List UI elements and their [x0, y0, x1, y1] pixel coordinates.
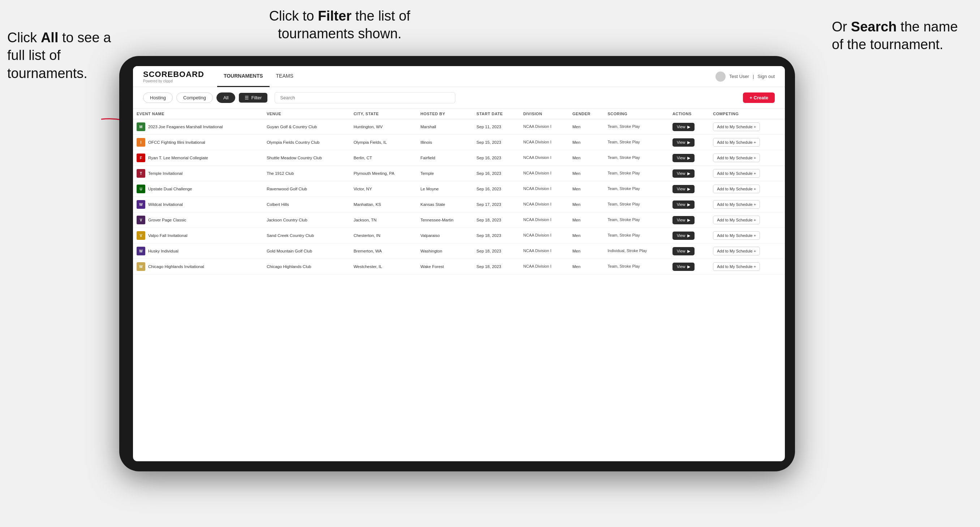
user-avatar: [716, 71, 725, 82]
cell-venue-8: Gold Mountain Golf Club: [263, 243, 350, 259]
view-button-0[interactable]: View ▶: [673, 123, 695, 131]
col-start-date: START DATE: [473, 109, 520, 119]
cell-scoring-5: Team, Stroke Play: [604, 197, 669, 213]
tournaments-table: EVENT NAME VENUE CITY, STATE HOSTED BY S…: [133, 109, 785, 275]
add-schedule-button-2[interactable]: Add to My Schedule +: [713, 154, 760, 162]
cell-gender-1: Men: [569, 135, 604, 150]
cell-city-8: Bremerton, WA: [350, 243, 417, 259]
add-schedule-button-6[interactable]: Add to My Schedule +: [713, 216, 760, 224]
cell-event-name-2: F Ryan T. Lee Memorial Collegiate: [133, 150, 263, 166]
event-name-3: Temple Invitational: [148, 171, 183, 176]
view-button-8[interactable]: View ▶: [673, 247, 695, 256]
cell-gender-7: Men: [569, 228, 604, 243]
nav-link-teams[interactable]: TEAMS: [270, 66, 300, 87]
table-row: I OFCC Fighting Illini Invitational Olym…: [133, 135, 785, 150]
cell-event-name-9: W Chicago Highlands Invitational: [133, 259, 263, 275]
eye-icon-9: ▶: [687, 264, 690, 269]
tab-competing[interactable]: Competing: [177, 92, 213, 103]
cell-event-name-5: W Wildcat Invitational: [133, 197, 263, 213]
cell-competing-6: Add to My Schedule +: [710, 213, 785, 228]
eye-icon-5: ▶: [687, 202, 690, 207]
eye-icon-4: ▶: [687, 187, 690, 191]
cell-event-name-1: I OFCC Fighting Illini Invitational: [133, 135, 263, 150]
cell-competing-2: Add to My Schedule +: [710, 150, 785, 166]
search-box: [275, 92, 455, 103]
table-row: W Chicago Highlands Invitational Chicago…: [133, 259, 785, 275]
cell-date-0: Sep 11, 2023: [473, 119, 520, 135]
view-button-3[interactable]: View ▶: [673, 170, 695, 178]
cell-competing-4: Add to My Schedule +: [710, 181, 785, 197]
filter-bar: Hosting Competing All ☰ Filter + Create: [133, 87, 785, 109]
filter-button[interactable]: ☰ Filter: [239, 93, 267, 103]
add-schedule-button-9[interactable]: Add to My Schedule +: [713, 262, 760, 271]
event-name-7: Valpo Fall Invitational: [148, 233, 187, 238]
cell-competing-0: Add to My Schedule +: [710, 119, 785, 135]
cell-division-8: NCAA Division I: [520, 243, 569, 259]
col-venue: VENUE: [263, 109, 350, 119]
annotation-topright: Or Search the name of the tournament.: [832, 18, 969, 54]
cell-date-1: Sep 15, 2023: [473, 135, 520, 150]
team-logo-6: V: [137, 216, 145, 224]
cell-venue-2: Shuttle Meadow Country Club: [263, 150, 350, 166]
event-name-5: Wildcat Invitational: [148, 202, 183, 206]
tab-hosting[interactable]: Hosting: [143, 92, 173, 103]
create-button[interactable]: + Create: [743, 92, 775, 103]
view-button-2[interactable]: View ▶: [673, 154, 695, 162]
cell-event-name-4: U Upstate Dual Challenge: [133, 181, 263, 197]
user-label: Test User: [729, 74, 749, 79]
cell-division-6: NCAA Division I: [520, 213, 569, 228]
add-schedule-button-5[interactable]: Add to My Schedule +: [713, 200, 760, 209]
cell-division-9: NCAA Division I: [520, 259, 569, 275]
cell-scoring-1: Team, Stroke Play: [604, 135, 669, 150]
table-header-row: EVENT NAME VENUE CITY, STATE HOSTED BY S…: [133, 109, 785, 119]
table-row: V Valpo Fall Invitational Sand Creek Cou…: [133, 228, 785, 243]
table-row: T Temple Invitational The 1912 Club Plym…: [133, 166, 785, 181]
cell-venue-4: Ravenwood Golf Club: [263, 181, 350, 197]
view-button-1[interactable]: View ▶: [673, 138, 695, 147]
cell-actions-6: View ▶: [669, 213, 710, 228]
eye-icon-6: ▶: [687, 218, 690, 222]
cell-scoring-7: Team, Stroke Play: [604, 228, 669, 243]
cell-competing-9: Add to My Schedule +: [710, 259, 785, 275]
add-schedule-button-4[interactable]: Add to My Schedule +: [713, 184, 760, 193]
nav-link-tournaments[interactable]: TOURNAMENTS: [217, 66, 270, 87]
cell-date-4: Sep 16, 2023: [473, 181, 520, 197]
cell-hosted-3: Temple: [417, 166, 473, 181]
team-logo-4: U: [137, 184, 145, 193]
eye-icon-8: ▶: [687, 249, 690, 254]
table-row: M 2023 Joe Feaganes Marshall Invitationa…: [133, 119, 785, 135]
cell-division-4: NCAA Division I: [520, 181, 569, 197]
view-button-6[interactable]: View ▶: [673, 216, 695, 224]
search-input[interactable]: [275, 92, 455, 103]
annotation-topleft: Click All to see a full list of tourname…: [7, 29, 123, 83]
cell-scoring-8: Individual, Stroke Play: [604, 243, 669, 259]
add-schedule-button-7[interactable]: Add to My Schedule +: [713, 231, 760, 240]
view-button-9[interactable]: View ▶: [673, 263, 695, 271]
team-logo-3: T: [137, 169, 145, 178]
event-name-8: Husky Individual: [148, 249, 178, 253]
add-schedule-button-1[interactable]: Add to My Schedule +: [713, 138, 760, 147]
nav-separator: |: [753, 74, 754, 79]
cell-competing-1: Add to My Schedule +: [710, 135, 785, 150]
cell-date-9: Sep 18, 2023: [473, 259, 520, 275]
add-schedule-button-0[interactable]: Add to My Schedule +: [713, 122, 760, 131]
team-logo-5: W: [137, 200, 145, 209]
cell-date-2: Sep 16, 2023: [473, 150, 520, 166]
view-button-4[interactable]: View ▶: [673, 185, 695, 193]
cell-gender-3: Men: [569, 166, 604, 181]
view-button-5[interactable]: View ▶: [673, 200, 695, 209]
cell-event-name-8: W Husky Individual: [133, 243, 263, 259]
cell-scoring-9: Team, Stroke Play: [604, 259, 669, 275]
add-schedule-button-8[interactable]: Add to My Schedule +: [713, 247, 760, 256]
view-button-7[interactable]: View ▶: [673, 232, 695, 240]
annotation-topcenter: Click to Filter the list oftournaments s…: [235, 7, 444, 43]
event-name-1: OFCC Fighting Illini Invitational: [148, 140, 205, 144]
add-schedule-button-3[interactable]: Add to My Schedule +: [713, 169, 760, 178]
cell-gender-6: Men: [569, 213, 604, 228]
team-logo-1: I: [137, 138, 145, 147]
logo-text: SCOREBOARD: [143, 70, 204, 79]
cell-hosted-4: Le Moyne: [417, 181, 473, 197]
signout-link[interactable]: Sign out: [757, 74, 775, 79]
cell-competing-5: Add to My Schedule +: [710, 197, 785, 213]
tab-all[interactable]: All: [216, 92, 235, 103]
